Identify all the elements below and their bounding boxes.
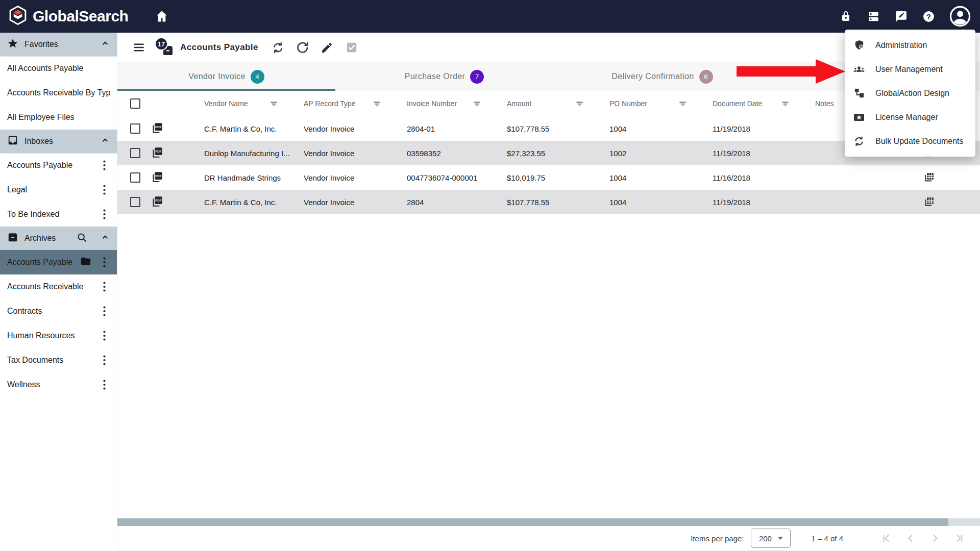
sidebar-item-archive-contracts[interactable]: Contracts [0, 299, 117, 323]
kebab-menu-icon[interactable] [99, 305, 110, 318]
home-button[interactable] [155, 9, 169, 23]
kebab-menu-icon[interactable] [99, 378, 110, 391]
pdf-icon[interactable]: PDF [151, 170, 164, 185]
cell-amount: $27,323.55 [507, 149, 609, 158]
document-count-badge[interactable]: 17 [155, 37, 175, 58]
cell-invoice-number: 0047736074-000001 [407, 173, 507, 182]
refresh-icon[interactable] [294, 39, 311, 56]
license-card-icon [853, 111, 865, 123]
sidebar-item-all-employee-files[interactable]: All Employee Files [0, 105, 117, 130]
groups-icon [853, 63, 865, 76]
kebab-menu-icon[interactable] [99, 280, 110, 293]
horizontal-scrollbar-thumb[interactable] [117, 518, 948, 526]
cell-document-date: 11/19/2018 [713, 198, 815, 207]
account-avatar[interactable] [949, 6, 971, 27]
pdf-icon[interactable]: PDF [151, 121, 164, 136]
kebab-menu-icon[interactable] [99, 329, 110, 342]
next-page-icon[interactable] [925, 528, 945, 548]
sidebar-item-archive-human-resources[interactable]: Human Resources [0, 323, 117, 348]
column-header-notes[interactable]: Notes [815, 99, 834, 108]
kebab-menu-icon[interactable] [99, 159, 110, 172]
dns-list-icon[interactable] [867, 10, 880, 23]
cell-document-date: 11/19/2018 [713, 149, 815, 158]
row-checkbox[interactable] [130, 197, 140, 207]
sidebar-item-accounts-receivable-by-type[interactable]: Accounts Receivable By Type [0, 81, 117, 105]
items-per-page-label: Items per page: [691, 534, 744, 543]
help-icon[interactable]: ? [922, 10, 935, 23]
kebab-menu-icon[interactable] [99, 256, 110, 269]
edit-pencil-icon[interactable] [318, 39, 336, 56]
menu-item-administration[interactable]: Administration [845, 33, 975, 57]
column-header-document-date[interactable]: Document Date [713, 99, 762, 108]
cell-amount: $10,019.75 [507, 173, 609, 182]
sidebar-section-archives[interactable]: Archives [0, 227, 117, 250]
previous-page-icon[interactable] [900, 528, 921, 548]
sidebar-item-archive-accounts-receivable[interactable]: Accounts Receivable [0, 274, 117, 299]
items-per-page-select[interactable]: 200 [751, 529, 791, 548]
filter-icon[interactable] [779, 98, 791, 109]
filter-icon[interactable] [371, 98, 382, 109]
column-header-po-number[interactable]: PO Number [609, 99, 647, 108]
column-header-vendor-name[interactable]: Vendor Name [204, 99, 248, 108]
tab-delivery-confirmation[interactable]: Delivery Confirmation 6 [553, 62, 771, 91]
first-page-icon[interactable] [876, 528, 896, 548]
filter-icon[interactable] [268, 98, 279, 109]
sidebar-item-archive-wellness[interactable]: Wellness [0, 372, 117, 397]
sidebar-item-all-accounts-payable[interactable]: All Accounts Payable [0, 56, 117, 81]
tab-vendor-invoice[interactable]: Vendor Invoice 4 [117, 62, 335, 91]
horizontal-scrollbar-track[interactable] [117, 518, 980, 526]
chevron-up-icon[interactable] [101, 136, 110, 147]
select-all-checkbox[interactable] [130, 98, 140, 109]
last-page-icon[interactable] [949, 528, 970, 548]
sidebar-item-archive-accounts-payable[interactable]: Accounts Payable [0, 250, 117, 274]
sidebar-item-inbox-legal[interactable]: Legal [0, 178, 117, 202]
admin-dropdown-menu: Administration User Management GlobalAct… [845, 30, 975, 157]
table-row[interactable]: PDF C.F. Martin & Co, Inc. Vendor Invoic… [117, 190, 980, 214]
menu-item-license-manager[interactable]: License Manager [845, 105, 975, 129]
pdf-icon[interactable]: PDF [151, 146, 164, 161]
search-refresh-icon[interactable] [270, 39, 287, 56]
hamburger-menu-icon[interactable] [130, 39, 148, 56]
table-row[interactable]: PDF DR Handmade Strings Vendor Invoice 0… [117, 165, 980, 190]
tab-purchase-order[interactable]: Purchase Order 7 [335, 62, 553, 91]
pdf-icon[interactable]: PDF [151, 195, 164, 210]
menu-item-label: GlobalAction Design [875, 89, 949, 98]
menu-item-globalaction-design[interactable]: GlobalAction Design [845, 81, 975, 105]
kebab-menu-icon[interactable] [99, 183, 110, 196]
chevron-up-icon[interactable] [101, 233, 110, 244]
column-header-amount[interactable]: Amount [507, 99, 531, 108]
folder-icon [80, 256, 91, 269]
filter-icon[interactable] [677, 98, 688, 109]
admin-shield-icon [853, 39, 865, 52]
cell-po-number: 1004 [609, 124, 713, 133]
menu-item-user-management[interactable]: User Management [845, 57, 975, 81]
sidebar-item-archive-tax-documents[interactable]: Tax Documents [0, 348, 117, 372]
related-grid-icon[interactable] [923, 171, 936, 185]
filter-icon[interactable] [574, 98, 585, 109]
column-header-invoice-number[interactable]: Invoice Number [407, 99, 457, 108]
row-checkbox[interactable] [130, 148, 140, 158]
cell-document-date: 11/19/2018 [713, 124, 815, 133]
related-grid-icon[interactable] [923, 195, 936, 209]
column-header-ap-record-type[interactable]: AP Record Type [304, 99, 355, 108]
sidebar-section-favorites[interactable]: Favorites [0, 33, 117, 56]
items-per-page-value: 200 [759, 534, 772, 543]
sidebar-section-inboxes[interactable]: Inboxes [0, 130, 117, 153]
feedback-icon[interactable] [894, 10, 908, 23]
cell-invoice-number: 03598352 [407, 149, 507, 158]
kebab-menu-icon[interactable] [99, 208, 110, 221]
cell-invoice-number: 2804-01 [407, 124, 507, 133]
lock-icon[interactable] [839, 10, 852, 23]
row-checkbox[interactable] [130, 123, 140, 134]
cell-po-number: 1004 [609, 173, 713, 182]
row-checkbox[interactable] [130, 172, 140, 183]
cell-document-date: 11/16/2018 [713, 173, 815, 182]
kebab-menu-icon[interactable] [99, 354, 110, 367]
sidebar-item-inbox-accounts-payable[interactable]: Accounts Payable [0, 153, 117, 178]
search-icon[interactable] [77, 232, 87, 245]
menu-item-bulk-update-documents[interactable]: Bulk Update Documents [845, 129, 975, 153]
chevron-up-icon[interactable] [101, 39, 110, 50]
filter-icon[interactable] [471, 98, 482, 109]
sidebar-item-inbox-to-be-indexed[interactable]: To Be Indexed [0, 202, 117, 227]
select-checkbox-icon [343, 39, 360, 56]
